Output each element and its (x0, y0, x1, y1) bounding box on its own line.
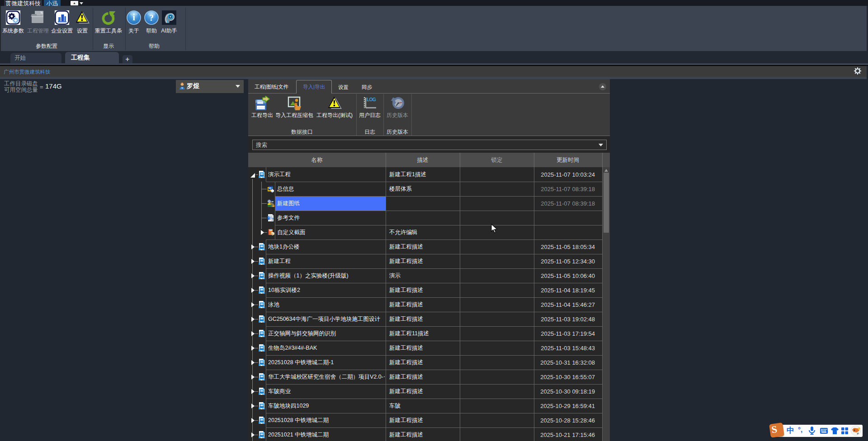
svg-text:CAD: CAD (268, 205, 272, 207)
svg-text:?: ? (271, 216, 274, 221)
svg-text:i: i (132, 12, 135, 22)
svg-text:?: ? (149, 13, 154, 23)
svg-text:LOG: LOG (367, 97, 376, 102)
